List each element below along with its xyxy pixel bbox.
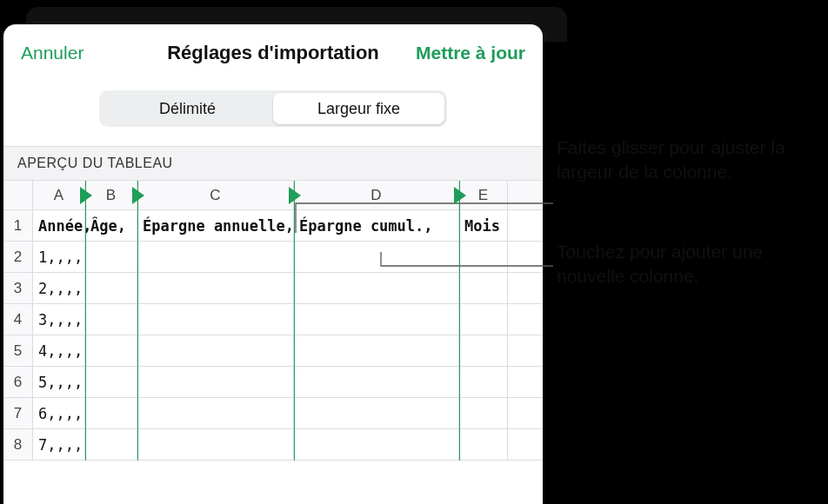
column-drag-handle-icon[interactable]	[132, 187, 144, 204]
column-drag-handle-icon[interactable]	[80, 187, 92, 204]
leader-lines	[0, 0, 828, 504]
cancel-button[interactable]: Annuler	[21, 43, 83, 63]
column-drag-handle-icon[interactable]	[289, 187, 301, 204]
update-button[interactable]: Mettre à jour	[416, 43, 525, 63]
column-drag-handle-icon[interactable]	[454, 187, 466, 204]
